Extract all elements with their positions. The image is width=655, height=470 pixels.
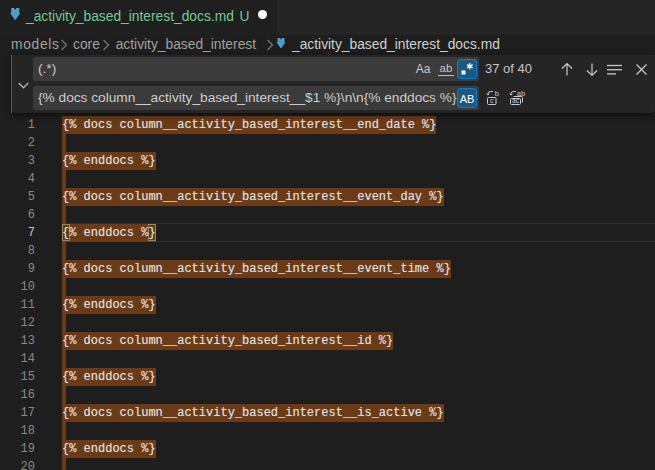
- svg-text:c: c: [490, 97, 494, 104]
- svg-text:ac: ac: [512, 97, 520, 104]
- svg-text:b: b: [495, 90, 499, 98]
- svg-text:ab: ab: [517, 90, 525, 98]
